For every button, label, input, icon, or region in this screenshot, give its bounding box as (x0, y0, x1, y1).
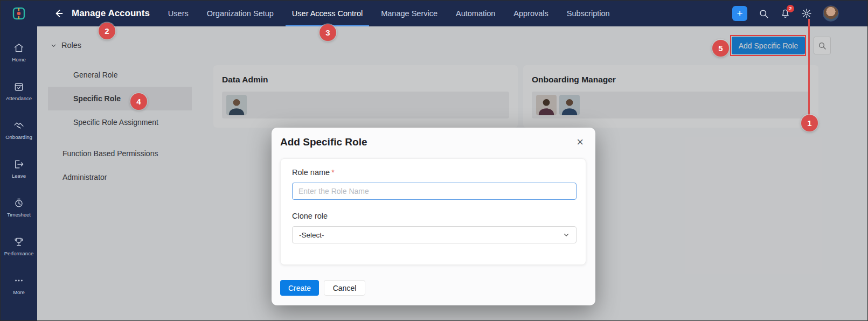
handshake-icon (13, 120, 24, 131)
notification-count-badge: 2 (787, 5, 794, 12)
calendar-check-icon (13, 81, 24, 92)
annotation-step-4: 4 (130, 93, 147, 110)
sidebar-item-onboarding[interactable]: Onboarding (1, 110, 37, 149)
chevron-down-icon (563, 232, 570, 238)
sidebar-item-label: Performance (4, 250, 33, 256)
annotation-callout-line (808, 19, 810, 115)
nav-item-organization-setup[interactable]: Organization Setup (207, 1, 274, 26)
cancel-button[interactable]: Cancel (324, 280, 365, 296)
annotation-step-2: 2 (99, 23, 115, 39)
sidebar-item-label: More (13, 289, 25, 295)
trophy-icon (13, 236, 24, 247)
app-window: Manage Accounts Users Organization Setup… (0, 0, 868, 321)
sidebar-item-label: Leave (12, 173, 26, 179)
nav-item-automation[interactable]: Automation (456, 1, 495, 26)
clone-role-select[interactable]: -Select- (292, 226, 577, 243)
role-name-input[interactable] (292, 183, 577, 200)
search-icon[interactable] (758, 8, 769, 19)
module-sidebar: Home Attendance Onboarding Leave Timeshe… (1, 26, 37, 320)
sidebar-item-label: Timesheet (7, 212, 31, 218)
modal-title: Add Specific Role (280, 136, 367, 148)
nav-item-user-access-control[interactable]: User Access Control (292, 1, 363, 26)
user-avatar[interactable] (823, 5, 839, 22)
close-icon[interactable]: × (574, 134, 586, 150)
primary-nav: Users Organization Setup User Access Con… (168, 1, 610, 26)
sidebar-item-label: Attendance (6, 95, 32, 101)
clone-role-label: Clone role (292, 212, 574, 220)
sidebar-item-leave[interactable]: Leave (1, 149, 37, 188)
role-name-label-text: Role name (292, 168, 330, 177)
nav-item-manage-service[interactable]: Manage Service (381, 1, 438, 26)
settings-gear-icon[interactable] (801, 8, 812, 19)
add-specific-role-modal: Add Specific Role × Role name* Clone rol… (272, 128, 595, 305)
clock-icon (13, 198, 24, 208)
sidebar-item-attendance[interactable]: Attendance (1, 72, 37, 110)
leave-door-icon (13, 159, 24, 170)
sidebar-item-more[interactable]: More (1, 266, 37, 304)
nav-item-users[interactable]: Users (168, 1, 189, 26)
add-button[interactable]: + (732, 6, 747, 21)
role-name-label: Role name* (292, 168, 574, 177)
sidebar-item-label: Home (12, 57, 25, 62)
notifications-bell-icon[interactable]: 2 (780, 8, 790, 19)
home-icon (13, 43, 24, 53)
clone-role-selected-value: -Select- (299, 231, 324, 239)
app-logo[interactable] (1, 6, 37, 20)
annotation-step-1: 1 (801, 115, 818, 131)
ellipsis-icon (13, 275, 24, 286)
sidebar-item-performance[interactable]: Performance (1, 227, 37, 266)
page-title: Manage Accounts (72, 8, 150, 19)
nav-item-approvals[interactable]: Approvals (513, 1, 548, 26)
back-button[interactable] (51, 6, 65, 20)
modal-actions: Create Cancel (280, 280, 365, 296)
sidebar-item-timesheet[interactable]: Timesheet (1, 188, 37, 227)
sidebar-item-home[interactable]: Home (1, 33, 37, 72)
arrow-left-icon (53, 8, 64, 19)
nav-item-subscription[interactable]: Subscription (567, 1, 610, 26)
annotation-highlight-add-specific-role (730, 35, 806, 56)
required-asterisk: * (331, 168, 334, 177)
sidebar-item-label: Onboarding (5, 134, 32, 140)
topbar-actions: + 2 (732, 5, 867, 22)
create-button[interactable]: Create (280, 280, 319, 296)
top-navigation-bar: Manage Accounts Users Organization Setup… (1, 1, 867, 26)
annotation-step-3: 3 (320, 24, 336, 41)
app-logo-icon (12, 6, 26, 20)
annotation-step-5: 5 (712, 40, 729, 57)
modal-form-panel: Role name* Clone role -Select- (280, 158, 586, 265)
